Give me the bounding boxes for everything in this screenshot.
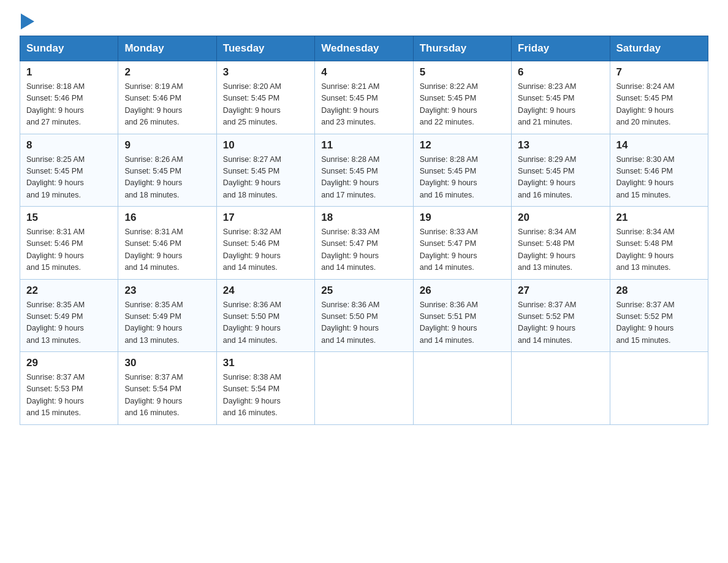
day-number: 23 xyxy=(124,285,210,297)
day-info: Sunrise: 8:34 AMSunset: 5:48 PMDaylight:… xyxy=(518,226,603,274)
calendar-cell: 16Sunrise: 8:31 AMSunset: 5:46 PMDayligh… xyxy=(118,207,216,280)
calendar-cell xyxy=(610,352,708,425)
day-info: Sunrise: 8:28 AMSunset: 5:45 PMDaylight:… xyxy=(420,154,505,202)
day-number: 30 xyxy=(124,357,210,369)
day-info: Sunrise: 8:35 AMSunset: 5:49 PMDaylight:… xyxy=(26,299,112,347)
day-info: Sunrise: 8:20 AMSunset: 5:45 PMDaylight:… xyxy=(223,81,308,129)
day-info: Sunrise: 8:37 AMSunset: 5:52 PMDaylight:… xyxy=(518,299,603,347)
day-number: 16 xyxy=(124,212,210,224)
logo xyxy=(20,15,34,28)
calendar-cell: 18Sunrise: 8:33 AMSunset: 5:47 PMDayligh… xyxy=(315,207,413,280)
day-info: Sunrise: 8:32 AMSunset: 5:46 PMDaylight:… xyxy=(223,226,308,274)
day-number: 24 xyxy=(223,285,308,297)
day-info: Sunrise: 8:25 AMSunset: 5:45 PMDaylight:… xyxy=(26,154,112,202)
calendar-cell: 13Sunrise: 8:29 AMSunset: 5:45 PMDayligh… xyxy=(512,134,610,207)
day-number: 20 xyxy=(518,212,603,224)
day-number: 1 xyxy=(26,66,112,79)
calendar-cell: 25Sunrise: 8:36 AMSunset: 5:50 PMDayligh… xyxy=(315,279,413,352)
weekday-header-wednesday: Wednesday xyxy=(315,36,413,61)
day-number: 6 xyxy=(518,66,603,79)
calendar-cell: 12Sunrise: 8:28 AMSunset: 5:45 PMDayligh… xyxy=(413,134,511,207)
day-number: 4 xyxy=(321,66,406,79)
calendar-cell: 2Sunrise: 8:19 AMSunset: 5:46 PMDaylight… xyxy=(118,61,216,134)
day-number: 9 xyxy=(124,139,210,151)
calendar-cell: 17Sunrise: 8:32 AMSunset: 5:46 PMDayligh… xyxy=(216,207,314,280)
calendar-cell xyxy=(413,352,511,425)
day-number: 19 xyxy=(420,212,505,224)
day-info: Sunrise: 8:28 AMSunset: 5:45 PMDaylight:… xyxy=(321,154,406,202)
calendar-cell: 5Sunrise: 8:22 AMSunset: 5:45 PMDaylight… xyxy=(413,61,511,134)
calendar-cell: 10Sunrise: 8:27 AMSunset: 5:45 PMDayligh… xyxy=(216,134,314,207)
calendar-cell xyxy=(315,352,413,425)
calendar-cell xyxy=(512,352,610,425)
day-number: 5 xyxy=(420,66,505,79)
calendar-header-row: SundayMondayTuesdayWednesdayThursdayFrid… xyxy=(20,36,708,61)
day-info: Sunrise: 8:38 AMSunset: 5:54 PMDaylight:… xyxy=(223,372,308,419)
day-info: Sunrise: 8:30 AMSunset: 5:46 PMDaylight:… xyxy=(616,154,702,202)
calendar-cell: 27Sunrise: 8:37 AMSunset: 5:52 PMDayligh… xyxy=(512,279,610,352)
calendar-cell: 20Sunrise: 8:34 AMSunset: 5:48 PMDayligh… xyxy=(512,207,610,280)
day-info: Sunrise: 8:22 AMSunset: 5:45 PMDaylight:… xyxy=(420,81,505,129)
day-number: 22 xyxy=(26,285,112,297)
day-info: Sunrise: 8:35 AMSunset: 5:49 PMDaylight:… xyxy=(124,299,210,347)
calendar-cell: 11Sunrise: 8:28 AMSunset: 5:45 PMDayligh… xyxy=(315,134,413,207)
calendar-cell: 19Sunrise: 8:33 AMSunset: 5:47 PMDayligh… xyxy=(413,207,511,280)
day-info: Sunrise: 8:33 AMSunset: 5:47 PMDaylight:… xyxy=(420,226,505,274)
day-number: 28 xyxy=(616,285,702,297)
day-info: Sunrise: 8:26 AMSunset: 5:45 PMDaylight:… xyxy=(124,154,210,202)
calendar-week-row: 15Sunrise: 8:31 AMSunset: 5:46 PMDayligh… xyxy=(20,207,708,280)
calendar-week-row: 8Sunrise: 8:25 AMSunset: 5:45 PMDaylight… xyxy=(20,134,708,207)
calendar-cell: 30Sunrise: 8:37 AMSunset: 5:54 PMDayligh… xyxy=(118,352,216,425)
day-info: Sunrise: 8:34 AMSunset: 5:48 PMDaylight:… xyxy=(616,226,702,274)
calendar-week-row: 22Sunrise: 8:35 AMSunset: 5:49 PMDayligh… xyxy=(20,279,708,352)
calendar-cell: 6Sunrise: 8:23 AMSunset: 5:45 PMDaylight… xyxy=(512,61,610,134)
calendar-cell: 31Sunrise: 8:38 AMSunset: 5:54 PMDayligh… xyxy=(216,352,314,425)
calendar-cell: 4Sunrise: 8:21 AMSunset: 5:45 PMDaylight… xyxy=(315,61,413,134)
svg-marker-0 xyxy=(21,13,34,29)
day-info: Sunrise: 8:37 AMSunset: 5:54 PMDaylight:… xyxy=(124,372,210,419)
day-number: 3 xyxy=(223,66,308,79)
calendar-table: SundayMondayTuesdayWednesdayThursdayFrid… xyxy=(20,36,708,425)
day-info: Sunrise: 8:36 AMSunset: 5:50 PMDaylight:… xyxy=(223,299,308,347)
day-info: Sunrise: 8:33 AMSunset: 5:47 PMDaylight:… xyxy=(321,226,406,274)
weekday-header-sunday: Sunday xyxy=(20,36,118,61)
day-info: Sunrise: 8:24 AMSunset: 5:45 PMDaylight:… xyxy=(616,81,702,129)
weekday-header-tuesday: Tuesday xyxy=(216,36,314,61)
day-info: Sunrise: 8:36 AMSunset: 5:50 PMDaylight:… xyxy=(321,299,406,347)
day-info: Sunrise: 8:37 AMSunset: 5:52 PMDaylight:… xyxy=(616,299,702,347)
weekday-header-monday: Monday xyxy=(118,36,216,61)
day-number: 18 xyxy=(321,212,406,224)
day-number: 10 xyxy=(223,139,308,151)
weekday-header-thursday: Thursday xyxy=(413,36,511,61)
day-number: 26 xyxy=(420,285,505,297)
weekday-header-friday: Friday xyxy=(512,36,610,61)
day-info: Sunrise: 8:23 AMSunset: 5:45 PMDaylight:… xyxy=(518,81,603,129)
calendar-week-row: 29Sunrise: 8:37 AMSunset: 5:53 PMDayligh… xyxy=(20,352,708,425)
calendar-cell: 7Sunrise: 8:24 AMSunset: 5:45 PMDaylight… xyxy=(610,61,708,134)
page-header xyxy=(20,15,708,28)
day-number: 17 xyxy=(223,212,308,224)
day-info: Sunrise: 8:27 AMSunset: 5:45 PMDaylight:… xyxy=(223,154,308,202)
day-number: 31 xyxy=(223,357,308,369)
calendar-cell: 9Sunrise: 8:26 AMSunset: 5:45 PMDaylight… xyxy=(118,134,216,207)
calendar-cell: 28Sunrise: 8:37 AMSunset: 5:52 PMDayligh… xyxy=(610,279,708,352)
calendar-cell: 21Sunrise: 8:34 AMSunset: 5:48 PMDayligh… xyxy=(610,207,708,280)
day-number: 27 xyxy=(518,285,603,297)
calendar-cell: 8Sunrise: 8:25 AMSunset: 5:45 PMDaylight… xyxy=(20,134,118,207)
calendar-cell: 22Sunrise: 8:35 AMSunset: 5:49 PMDayligh… xyxy=(20,279,118,352)
day-info: Sunrise: 8:18 AMSunset: 5:46 PMDaylight:… xyxy=(26,81,112,129)
day-number: 15 xyxy=(26,212,112,224)
logo-triangle-icon xyxy=(21,13,34,29)
day-info: Sunrise: 8:29 AMSunset: 5:45 PMDaylight:… xyxy=(518,154,603,202)
day-info: Sunrise: 8:37 AMSunset: 5:53 PMDaylight:… xyxy=(26,372,112,419)
weekday-header-saturday: Saturday xyxy=(610,36,708,61)
day-number: 13 xyxy=(518,139,603,151)
calendar-cell: 23Sunrise: 8:35 AMSunset: 5:49 PMDayligh… xyxy=(118,279,216,352)
day-number: 2 xyxy=(124,66,210,79)
calendar-cell: 14Sunrise: 8:30 AMSunset: 5:46 PMDayligh… xyxy=(610,134,708,207)
day-info: Sunrise: 8:31 AMSunset: 5:46 PMDaylight:… xyxy=(26,226,112,274)
calendar-cell: 3Sunrise: 8:20 AMSunset: 5:45 PMDaylight… xyxy=(216,61,314,134)
day-info: Sunrise: 8:31 AMSunset: 5:46 PMDaylight:… xyxy=(124,226,210,274)
day-info: Sunrise: 8:19 AMSunset: 5:46 PMDaylight:… xyxy=(124,81,210,129)
day-number: 8 xyxy=(26,139,112,151)
